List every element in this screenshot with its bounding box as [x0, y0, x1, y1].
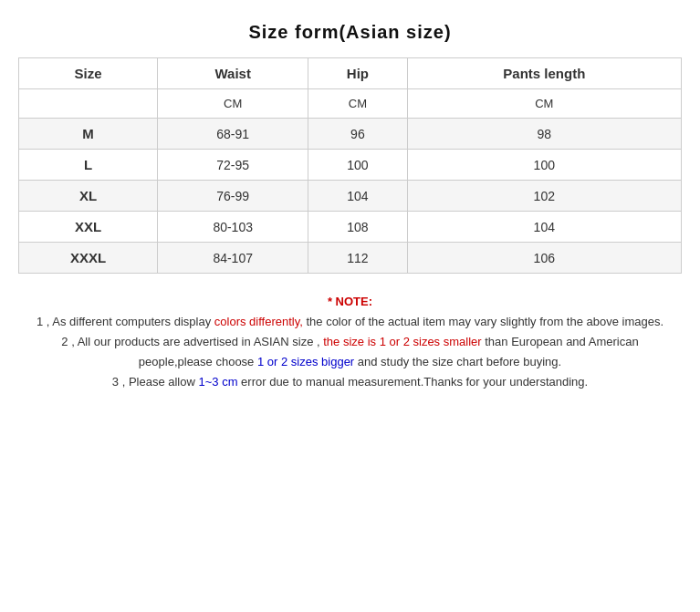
- note2-suffix: and study the size chart before buying.: [354, 355, 561, 368]
- note2-prefix: 2 , All our products are advertised in A…: [61, 335, 323, 348]
- note-title-line: * NOTE:: [18, 292, 682, 312]
- pants-cell: 102: [407, 181, 681, 212]
- size-cell: M: [19, 119, 158, 150]
- table-row: L72-95100100: [19, 150, 682, 181]
- note3-prefix: 3 , Please allow: [112, 375, 199, 389]
- waist-cell: 84-107: [158, 243, 308, 274]
- waist-cell: 76-99: [158, 181, 308, 212]
- hip-column-header: Hip: [308, 58, 407, 89]
- page-container: Size form(Asian size) Size Waist Hip Pan…: [0, 0, 700, 612]
- size-column-header: Size: [19, 58, 158, 89]
- note-section: * NOTE: 1 , As different computers displ…: [18, 292, 682, 392]
- note1-prefix: 1 , As different computers display: [37, 315, 214, 328]
- size-cell: XXL: [19, 212, 158, 243]
- note1-highlight: colors differently,: [214, 315, 303, 328]
- pants-cell: 100: [407, 150, 681, 181]
- pants-cell: 98: [407, 119, 681, 150]
- hip-cell: 104: [308, 181, 407, 212]
- page-title: Size form(Asian size): [18, 9, 682, 57]
- hip-cell: 100: [308, 150, 407, 181]
- note3-suffix: error due to manual measurement.Thanks f…: [237, 375, 588, 389]
- note-title: * NOTE:: [328, 295, 372, 308]
- size-cell: XXXL: [19, 243, 158, 274]
- size-cell: XL: [19, 181, 158, 212]
- waist-column-header: Waist: [158, 58, 308, 89]
- note2-highlight2: 1 or 2 sizes bigger: [257, 355, 354, 368]
- waist-cell: 68-91: [158, 119, 308, 150]
- waist-cell: 72-95: [158, 150, 308, 181]
- pants-column-header: Pants length: [407, 58, 681, 89]
- note1-line: 1 , As different computers display color…: [18, 312, 682, 332]
- table-row: XXL80-103108104: [19, 212, 682, 243]
- note2-line: 2 , All our products are advertised in A…: [18, 332, 682, 372]
- note3-highlight: 1~3 cm: [198, 375, 237, 389]
- pants-cell: 104: [407, 212, 681, 243]
- note1-suffix: the color of the actual item may vary sl…: [303, 315, 663, 328]
- note2-highlight1: the size is 1 or 2 sizes smaller: [323, 335, 481, 348]
- hip-unit-header: CM: [308, 89, 407, 119]
- waist-cell: 80-103: [158, 212, 308, 243]
- note3-line: 3 , Please allow 1~3 cm error due to man…: [18, 372, 682, 392]
- size-unit-header: [19, 89, 158, 119]
- pants-cell: 106: [407, 243, 681, 274]
- table-row: XL76-99104102: [19, 181, 682, 212]
- table-row: M68-919698: [19, 119, 682, 150]
- table-row: XXXL84-107112106: [19, 243, 682, 274]
- hip-cell: 112: [308, 243, 407, 274]
- hip-cell: 96: [308, 119, 407, 150]
- hip-cell: 108: [308, 212, 407, 243]
- waist-unit-header: CM: [158, 89, 308, 119]
- size-table: Size Waist Hip Pants length CM CM CM M68…: [18, 57, 682, 274]
- size-cell: L: [19, 150, 158, 181]
- pants-unit-header: CM: [407, 89, 681, 119]
